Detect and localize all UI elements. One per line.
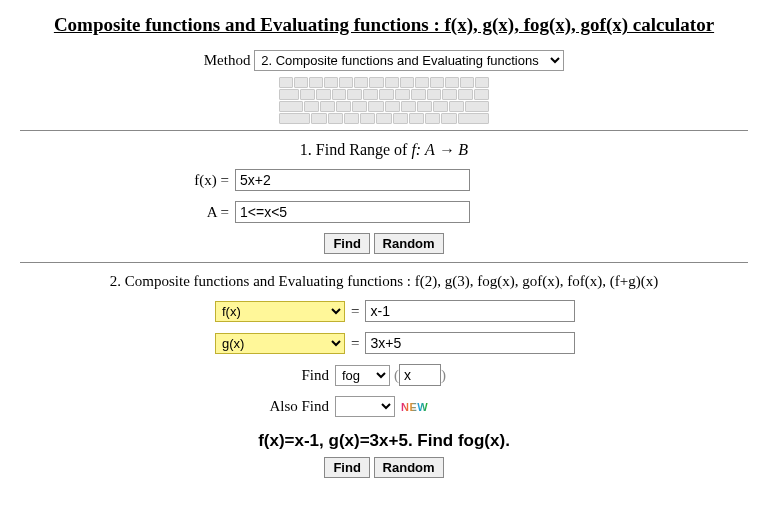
fx-label: f(x) =: [20, 172, 235, 189]
also-find-select[interactable]: [335, 396, 395, 417]
virtual-keyboard[interactable]: [279, 77, 489, 124]
fn1-select[interactable]: f(x): [215, 301, 345, 322]
find-button-1[interactable]: Find: [324, 233, 369, 254]
find-button-2[interactable]: Find: [324, 457, 369, 478]
page-title: Composite functions and Evaluating funct…: [20, 14, 748, 36]
also-find-label: Also Find: [20, 398, 335, 415]
random-button-1[interactable]: Random: [374, 233, 444, 254]
new-badge: NEW: [401, 401, 428, 413]
divider: [20, 130, 748, 131]
arg-input[interactable]: [399, 364, 441, 386]
result-text: f(x)=x-1, g(x)=3x+5. Find fog(x).: [20, 431, 748, 451]
section2-heading: 2. Composite functions and Evaluating fu…: [20, 273, 748, 290]
fx-input[interactable]: [235, 169, 470, 191]
fn1-input[interactable]: [365, 300, 575, 322]
find-label: Find: [20, 367, 335, 384]
paren-close: ): [441, 367, 446, 384]
fn2-select[interactable]: g(x): [215, 333, 345, 354]
equals-sign: =: [351, 303, 359, 320]
divider: [20, 262, 748, 263]
method-label: Method: [204, 52, 251, 68]
a-label: A =: [20, 204, 235, 221]
method-select[interactable]: 2. Composite functions and Evaluating fu…: [254, 50, 564, 71]
fn2-input[interactable]: [365, 332, 575, 354]
section1-heading: 1. Find Range of f: A → B: [20, 141, 748, 159]
equals-sign: =: [351, 335, 359, 352]
operation-select[interactable]: fog: [335, 365, 390, 386]
method-row: Method 2. Composite functions and Evalua…: [20, 50, 748, 71]
random-button-2[interactable]: Random: [374, 457, 444, 478]
a-input[interactable]: [235, 201, 470, 223]
